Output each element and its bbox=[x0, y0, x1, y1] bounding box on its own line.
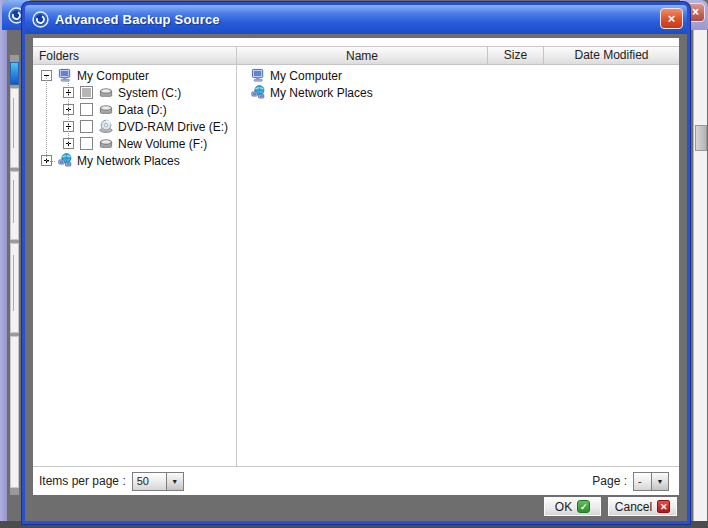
folders-panel: Folders My ComputerSystem (C:)Data (D:)D… bbox=[33, 47, 237, 466]
tree-connector-line bbox=[68, 76, 69, 144]
folders-header-label: Folders bbox=[33, 49, 79, 63]
cross-icon: ✕ bbox=[657, 500, 670, 513]
column-name[interactable]: Name bbox=[237, 49, 487, 63]
list-item-my-computer[interactable]: My Computer bbox=[237, 67, 679, 84]
list-item-my-network-places[interactable]: My Network Places bbox=[237, 84, 679, 101]
dialog-content: Folders My ComputerSystem (C:)Data (D:)D… bbox=[33, 38, 679, 495]
tree-item-system-c[interactable]: System (C:) bbox=[33, 84, 236, 101]
background-window-sidebar bbox=[10, 55, 19, 495]
checkbox-unchecked[interactable] bbox=[80, 120, 93, 133]
background-window-scrollbar-thumb bbox=[695, 125, 707, 151]
column-date-modified[interactable]: Date Modified bbox=[543, 47, 679, 64]
sidebar-card-accent-line bbox=[13, 98, 14, 148]
list-item-label[interactable]: My Computer bbox=[266, 69, 342, 83]
items-per-page-label: Items per page : bbox=[39, 474, 126, 488]
pagination-bar: Items per page : 50 ▼ Page : - ▼ bbox=[33, 467, 679, 495]
chevron-down-icon[interactable]: ▼ bbox=[166, 472, 184, 491]
tree-item-label[interactable]: My Network Places bbox=[73, 154, 180, 168]
folders-header: Folders bbox=[33, 47, 236, 65]
disk-icon bbox=[98, 102, 114, 117]
file-list-panel: Name Size Date Modified My ComputerMy Ne… bbox=[237, 47, 679, 466]
list-item-label[interactable]: My Network Places bbox=[266, 86, 373, 100]
tree-item-my-computer[interactable]: My Computer bbox=[33, 67, 236, 84]
tree-connector-line bbox=[47, 161, 55, 162]
checkbox-unchecked[interactable] bbox=[80, 103, 93, 116]
cancel-button-label: Cancel bbox=[615, 500, 652, 514]
network-icon bbox=[250, 85, 266, 100]
screen: × Advanced Backup Source × Folders My Co… bbox=[0, 0, 708, 528]
background-window-scrollbar bbox=[693, 30, 707, 522]
network-icon bbox=[57, 153, 73, 168]
tree-item-label[interactable]: System (C:) bbox=[114, 86, 181, 100]
advanced-backup-source-dialog: Advanced Backup Source × Folders My Comp… bbox=[22, 2, 690, 524]
page-value: - bbox=[633, 472, 651, 491]
page-label: Page : bbox=[592, 474, 627, 488]
tree-item-new-volume-f[interactable]: New Volume (F:) bbox=[33, 135, 236, 152]
tree-item-data-d[interactable]: Data (D:) bbox=[33, 101, 236, 118]
checkbox-unchecked[interactable] bbox=[80, 137, 93, 150]
background-sidebar-item bbox=[10, 243, 19, 333]
background-sidebar-item bbox=[10, 171, 19, 240]
sidebar-card-accent-line bbox=[13, 255, 14, 311]
ok-button-label: OK bbox=[555, 500, 572, 514]
items-per-page-select[interactable]: 50 ▼ bbox=[132, 472, 184, 491]
close-icon[interactable]: × bbox=[660, 8, 683, 29]
sidebar-card-accent-line bbox=[13, 180, 14, 223]
my-computer-icon bbox=[250, 68, 266, 83]
page-select[interactable]: - ▼ bbox=[633, 472, 669, 491]
tree-connector-line bbox=[46, 76, 47, 161]
dialog-titlebar[interactable]: Advanced Backup Source × bbox=[25, 5, 687, 34]
folders-tree: My ComputerSystem (C:)Data (D:)DVD-RAM D… bbox=[33, 65, 236, 169]
items-per-page-value: 50 bbox=[132, 472, 166, 491]
background-sidebar-item bbox=[10, 88, 19, 168]
background-window-left-border bbox=[0, 0, 7, 528]
file-list: My ComputerMy Network Places bbox=[237, 65, 679, 101]
cancel-button[interactable]: Cancel ✕ bbox=[607, 496, 678, 517]
background-sidebar-item-selected bbox=[10, 62, 19, 85]
ok-button[interactable]: OK ✓ bbox=[543, 496, 602, 517]
chevron-down-icon[interactable]: ▼ bbox=[651, 472, 669, 491]
checkbox-partial[interactable] bbox=[80, 86, 93, 99]
dialog-title: Advanced Backup Source bbox=[55, 12, 220, 27]
dialog-logo-icon bbox=[32, 11, 49, 28]
my-computer-icon bbox=[57, 68, 73, 83]
list-column-header: Name Size Date Modified bbox=[237, 47, 679, 65]
tree-item-label[interactable]: My Computer bbox=[73, 69, 149, 83]
dialog-footer: OK ✓ Cancel ✕ bbox=[25, 492, 687, 521]
tree-item-my-network-places[interactable]: My Network Places bbox=[33, 152, 236, 169]
tree-item-label[interactable]: New Volume (F:) bbox=[114, 137, 207, 151]
disk-icon bbox=[98, 136, 114, 151]
tree-item-label[interactable]: DVD-RAM Drive (E:) bbox=[114, 120, 228, 134]
check-icon: ✓ bbox=[577, 500, 590, 513]
tree-item-label[interactable]: Data (D:) bbox=[114, 103, 167, 117]
tree-item-dvd-ram-drive-e[interactable]: DVD-RAM Drive (E:) bbox=[33, 118, 236, 135]
panels: Folders My ComputerSystem (C:)Data (D:)D… bbox=[33, 46, 679, 467]
background-sidebar-item bbox=[10, 336, 19, 488]
dvd-icon bbox=[98, 119, 114, 134]
column-size[interactable]: Size bbox=[487, 47, 543, 64]
disk-icon bbox=[98, 85, 114, 100]
